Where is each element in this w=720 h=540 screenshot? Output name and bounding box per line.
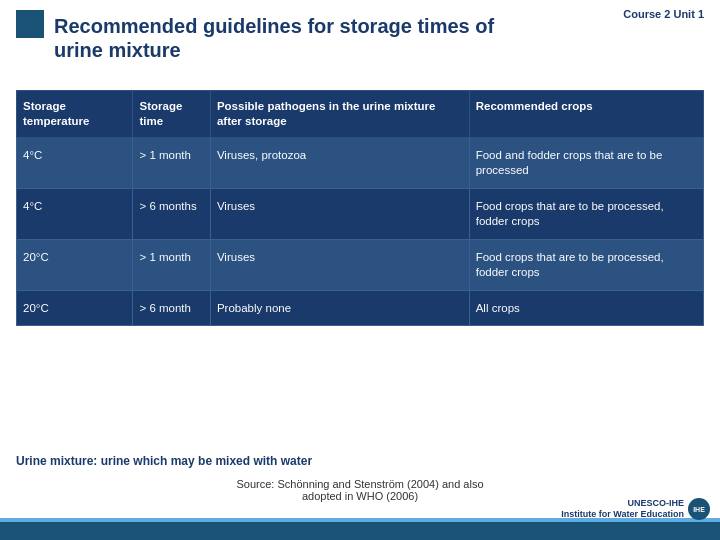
table-row: 20°C > 6 month Probably none All crops (17, 290, 704, 326)
logo-icon: IHE (688, 498, 710, 520)
cell-crops-3: Food crops that are to be processed, fod… (469, 239, 703, 290)
cell-crops-2: Food crops that are to be processed, fod… (469, 188, 703, 239)
cell-storage-time-3: > 1 month (133, 239, 210, 290)
guidelines-table: Storage temperature Storage time Possibl… (16, 90, 704, 326)
bottom-bar (0, 522, 720, 540)
cell-storage-time-2: > 6 months (133, 188, 210, 239)
col-header-crops: Recommended crops (469, 91, 703, 138)
col-header-storage-time: Storage time (133, 91, 210, 138)
col-header-temperature: Storage temperature (17, 91, 133, 138)
table-row: 4°C > 6 months Viruses Food crops that a… (17, 188, 704, 239)
table-header-row: Storage temperature Storage time Possibl… (17, 91, 704, 138)
cell-pathogens-3: Viruses (210, 239, 469, 290)
cell-storage-time-1: > 1 month (133, 137, 210, 188)
table-row: 20°C > 1 month Viruses Food crops that a… (17, 239, 704, 290)
cell-pathogens-2: Viruses (210, 188, 469, 239)
cell-storage-time-4: > 6 month (133, 290, 210, 326)
cell-temperature-4: 20°C (17, 290, 133, 326)
logo-area: UNESCO-IHE Institute for Water Education… (561, 498, 710, 520)
page-title: Recommended guidelines for storage times… (54, 14, 494, 62)
cell-crops-1: Food and fodder crops that are to be pro… (469, 137, 703, 188)
cell-pathogens-4: Probably none (210, 290, 469, 326)
cell-temperature-1: 4°C (17, 137, 133, 188)
cell-crops-4: All crops (469, 290, 703, 326)
decorative-square (16, 10, 44, 38)
footer-note: Urine mixture: urine which may be mixed … (16, 454, 312, 468)
source-note: Source: Schönning and Stenström (2004) a… (236, 478, 483, 502)
logo-text: UNESCO-IHE Institute for Water Education (561, 498, 684, 520)
cell-temperature-2: 4°C (17, 188, 133, 239)
course-label: Course 2 Unit 1 (623, 8, 704, 20)
cell-temperature-3: 20°C (17, 239, 133, 290)
cell-pathogens-1: Viruses, protozoa (210, 137, 469, 188)
table-row: 4°C > 1 month Viruses, protozoa Food and… (17, 137, 704, 188)
col-header-pathogens: Possible pathogens in the urine mixture … (210, 91, 469, 138)
